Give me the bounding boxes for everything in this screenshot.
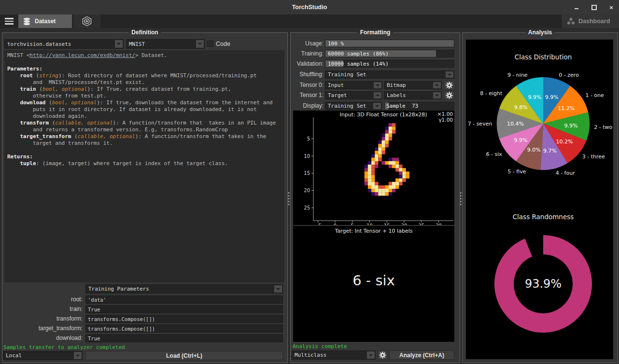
- bitmap-pixel: [368, 189, 371, 192]
- param-download-field[interactable]: True: [85, 334, 283, 342]
- usage-slider[interactable]: 100 %: [325, 40, 454, 47]
- gear-icon: [446, 92, 453, 99]
- dataset-select-value: MNIST: [129, 40, 145, 48]
- bitmap-pixel: [389, 158, 392, 161]
- analyzer-select[interactable]: Multiclass: [292, 350, 376, 360]
- tensor0-source-value: Input: [328, 82, 344, 89]
- input-scale-x: ×1.00: [437, 111, 453, 117]
- tensor1-source-select[interactable]: Target: [325, 91, 382, 99]
- bitmap-pixel: [406, 175, 409, 178]
- x-tick-label: 30: [436, 223, 442, 225]
- bitmap-pixel: [375, 161, 378, 165]
- bitmap-pixel: [389, 130, 392, 133]
- close-button[interactable]: ×: [608, 4, 614, 10]
- bitmap-pixel: [371, 161, 375, 165]
- machine-select[interactable]: Local: [3, 351, 83, 360]
- pie-category-label: 1 - one: [585, 92, 604, 98]
- doc-line: tuple: (image, target) where target is i…: [7, 160, 281, 167]
- param-root-field[interactable]: 'data': [85, 295, 283, 304]
- target-plot-title: Target: Int Tensor + 10 labels: [293, 228, 454, 234]
- y-tick-label: 20: [304, 188, 310, 193]
- machine-select-value: Local: [6, 351, 22, 360]
- training-slider[interactable]: 60000 samples (86%): [325, 50, 454, 57]
- shuffling-select[interactable]: Training Set: [325, 70, 454, 79]
- dataset-select[interactable]: MNIST: [126, 39, 205, 49]
- doc-line: and MNIST/processed/test.pt exist.: [7, 79, 281, 86]
- param-label: transform:: [2, 315, 83, 323]
- usage-slider-fill: [325, 40, 454, 47]
- bitmap-pixel: [392, 189, 395, 192]
- chevron-down-icon: [367, 351, 375, 359]
- bitmap-pixel: [406, 171, 409, 175]
- bitmap-pixel: [385, 189, 389, 192]
- bitmap-pixel: [375, 182, 378, 185]
- bitmap-pixel: [392, 185, 395, 189]
- tab-dataset-label: Dataset: [35, 18, 56, 25]
- tensor0-renderer-select[interactable]: Bitmap: [384, 81, 442, 89]
- doc-line: otherwise from test.pt.: [7, 93, 281, 99]
- doc-line: target_transform (callable, optional): A…: [7, 133, 281, 140]
- bitmap-pixel: [389, 182, 392, 185]
- tab-new-module[interactable]: [73, 14, 100, 28]
- module-select-value: torchvision.datasets: [7, 40, 71, 48]
- main-menu-button[interactable]: [0, 14, 18, 28]
- bitmap-pixel: [365, 179, 368, 182]
- param-target-transform-field[interactable]: transforms.Compose([]): [85, 324, 283, 333]
- bitmap-pixel: [382, 189, 385, 192]
- dataset-doc-link[interactable]: http://yann.lecun.com/exdb/mnist/: [29, 52, 135, 58]
- bitmap-pixel: [395, 161, 399, 165]
- analyzer-settings-button[interactable]: [378, 350, 388, 360]
- minimize-button[interactable]: [574, 4, 579, 10]
- definition-status: Samples transfer to analyzer completed: [3, 344, 125, 350]
- maximize-button[interactable]: [591, 4, 597, 10]
- tab-dataset[interactable]: Dataset: [18, 14, 72, 28]
- code-checkbox[interactable]: [207, 41, 213, 47]
- doc-line: target and transforms it.: [7, 140, 281, 147]
- formatting-status: Analysis complete: [293, 343, 347, 350]
- gear-icon: [379, 351, 386, 359]
- usage-slider-text: 100 %: [328, 40, 344, 47]
- analyze-button[interactable]: Analyze (Ctrl+A): [389, 350, 454, 360]
- validation-slider[interactable]: 10000 samples (14%): [325, 60, 454, 68]
- display-label: Display:: [291, 102, 324, 110]
- bitmap-pixel: [378, 151, 381, 154]
- param-transform-field[interactable]: transforms.Compose([]): [85, 315, 283, 323]
- param-train-field[interactable]: True: [85, 305, 283, 313]
- tensor1-settings-button[interactable]: [444, 91, 454, 100]
- pie-category-label: 5 - five: [507, 168, 526, 175]
- tensor0-settings-button[interactable]: [444, 81, 454, 90]
- bitmap-pixel: [389, 123, 392, 126]
- bitmap-pixel: [378, 144, 381, 147]
- tensor1-renderer-select[interactable]: Labels: [384, 91, 442, 99]
- hexagon-plus-icon: [82, 16, 92, 27]
- y-tick-label: 5: [307, 136, 310, 141]
- bitmap-pixel: [395, 185, 399, 189]
- splitter-grip: [288, 192, 289, 205]
- bitmap-pixel: [375, 165, 378, 168]
- tensor0-source-select[interactable]: Input: [325, 81, 382, 89]
- bitmap-pixel: [371, 192, 375, 196]
- bitmap-pixel: [385, 185, 389, 189]
- bitmap-pixel: [395, 179, 399, 182]
- pie-percent-label: 9.9%: [514, 137, 528, 143]
- bitmap-pixel: [365, 182, 368, 185]
- bitmap-pixel: [382, 134, 385, 137]
- sample-slider[interactable]: Sample 73: [384, 102, 454, 110]
- tensor0-label: Tensor 0:: [291, 81, 324, 89]
- display-set-select[interactable]: Training Set: [325, 102, 382, 110]
- dashboard-button[interactable]: Dashboard: [562, 14, 619, 28]
- params-mode-select[interactable]: Training Parameters: [85, 284, 283, 294]
- module-select[interactable]: torchvision.datasets: [4, 39, 124, 49]
- bitmap-pixel: [385, 130, 389, 133]
- bitmap-pixel: [382, 192, 385, 196]
- bitmap-pixel: [365, 171, 368, 175]
- load-button[interactable]: Load (Ctrl+L): [85, 351, 283, 360]
- bitmap-pixel: [375, 185, 378, 189]
- bitmap-pixel: [371, 158, 375, 161]
- doc-line: [7, 147, 281, 154]
- torchstudio-window: TorchStudio × Dataset Dashboard: [0, 0, 619, 364]
- shuffling-label: Shuffling:: [291, 70, 324, 79]
- bitmap-pixel: [368, 171, 371, 175]
- x-tick-label: 5: [351, 223, 354, 225]
- bitmap-pixel: [399, 182, 402, 185]
